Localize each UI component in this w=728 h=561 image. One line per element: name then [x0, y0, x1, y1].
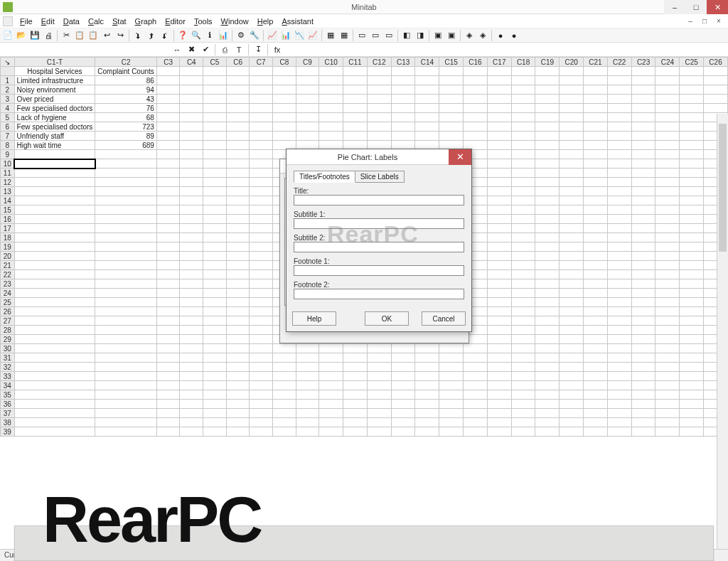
cell-r13-c5[interactable]: [203, 187, 227, 196]
cell-r30-c12[interactable]: [367, 344, 391, 353]
cell-r34-c3[interactable]: [156, 381, 180, 390]
cell-r36-c3[interactable]: [156, 400, 180, 409]
cell-r23-c1[interactable]: [14, 279, 95, 289]
cell-r21-c17[interactable]: [487, 261, 511, 270]
cell-r1-c14[interactable]: [415, 76, 439, 85]
cell-r23-c3[interactable]: [156, 279, 180, 289]
cell-r11-c18[interactable]: [511, 169, 535, 178]
formula-bar-button[interactable]: ⎙: [218, 43, 231, 56]
cell-r7-c25[interactable]: [680, 132, 704, 141]
cell-r34-c14[interactable]: [415, 381, 439, 390]
cell-r15-c19[interactable]: [535, 205, 560, 215]
cell-r4-c7[interactable]: [250, 104, 273, 113]
cell-r38-c8[interactable]: [273, 418, 296, 427]
mdi-minimize-button[interactable]: –: [684, 16, 697, 26]
cell-r37-c14[interactable]: [415, 409, 439, 418]
cell-r2-c25[interactable]: [680, 85, 704, 95]
cell-r37-c7[interactable]: [250, 409, 273, 418]
row-header-8[interactable]: 8: [1, 141, 15, 150]
cell-r22-c25[interactable]: [680, 270, 704, 279]
cell-r15-c6[interactable]: [226, 205, 250, 215]
cell-r6-c20[interactable]: [560, 122, 584, 132]
cell-r4-c17[interactable]: [487, 104, 511, 113]
cell-r36-c8[interactable]: [273, 400, 296, 409]
formula-bar-button[interactable]: ↧: [252, 43, 264, 56]
cell-r28-c4[interactable]: [180, 326, 203, 335]
cell-r26-c4[interactable]: [180, 307, 203, 316]
cell-r27-c2[interactable]: [95, 316, 156, 326]
cell-r5-c9[interactable]: [296, 113, 319, 122]
cell-r18-c19[interactable]: [535, 233, 560, 242]
cell-r24-c22[interactable]: [607, 289, 631, 298]
cell-r36-c4[interactable]: [180, 400, 203, 409]
cell-r8-c20[interactable]: [560, 141, 584, 150]
formula-bar-button[interactable]: ✖: [185, 43, 198, 56]
cell-r6-c7[interactable]: [250, 122, 273, 132]
cell-r32-c14[interactable]: [415, 363, 439, 372]
row-header-27[interactable]: 27: [1, 316, 15, 326]
cell-r11-c6[interactable]: [226, 169, 250, 178]
cell-r12-c25[interactable]: [680, 178, 704, 187]
cell-r17-c5[interactable]: [203, 224, 227, 233]
cell-r27-c24[interactable]: [655, 316, 680, 326]
row-header-34[interactable]: 34: [1, 381, 15, 390]
cell-r13-c18[interactable]: [511, 187, 535, 196]
cell-r33-c2[interactable]: [95, 372, 156, 381]
cell-r16-c1[interactable]: [14, 215, 95, 224]
cell-r9-c18[interactable]: [511, 150, 535, 159]
column-header-c14[interactable]: C14: [415, 58, 439, 67]
cell-r37-c2[interactable]: [95, 409, 156, 418]
row-header-12[interactable]: 12: [1, 178, 15, 187]
cell-r35-c20[interactable]: [560, 390, 584, 400]
cell-r18-c7[interactable]: [250, 233, 273, 242]
cell-r31-c6[interactable]: [226, 353, 250, 363]
row-header-11[interactable]: 11: [1, 169, 15, 178]
cell-r26-c18[interactable]: [511, 307, 535, 316]
cell-r28-c23[interactable]: [631, 326, 655, 335]
cell-r31-c14[interactable]: [415, 353, 439, 363]
cell-r6-c22[interactable]: [607, 122, 631, 132]
row-header-30[interactable]: 30: [1, 344, 15, 353]
cell-r4-c8[interactable]: [273, 104, 296, 113]
cell-r21-c22[interactable]: [607, 261, 631, 270]
cell-r23-c6[interactable]: [226, 279, 250, 289]
cell-r37-c22[interactable]: [607, 409, 631, 418]
cell-r27-c21[interactable]: [584, 316, 608, 326]
cell-r35-c21[interactable]: [584, 390, 608, 400]
toolbar-button[interactable]: 🔧: [248, 29, 261, 42]
cell-r11-c1[interactable]: [14, 169, 95, 178]
cell-r31-c19[interactable]: [535, 353, 560, 363]
cell-r13-c21[interactable]: [584, 187, 608, 196]
row-header-32[interactable]: 32: [1, 363, 15, 372]
cell-r16-c24[interactable]: [655, 215, 680, 224]
help-button[interactable]: Help: [292, 311, 336, 326]
cell-r31-c24[interactable]: [655, 353, 680, 363]
cell-r6-c9[interactable]: [296, 122, 319, 132]
cell-r30-c16[interactable]: [464, 344, 488, 353]
cell-r15-c24[interactable]: [655, 205, 680, 215]
cell-r26-c25[interactable]: [680, 307, 704, 316]
formula-bar-button[interactable]: T: [232, 43, 245, 56]
cell-r39-c19[interactable]: [535, 427, 560, 437]
cell-r21-c23[interactable]: [631, 261, 655, 270]
cell-r18-c24[interactable]: [655, 233, 680, 242]
cell-r33-c14[interactable]: [415, 372, 439, 381]
cell-r2-c5[interactable]: [203, 85, 227, 95]
cell-r15-c17[interactable]: [487, 205, 511, 215]
cell-r1-c19[interactable]: [535, 76, 560, 85]
cell-r20-c4[interactable]: [180, 252, 203, 261]
toolbar-button[interactable]: ❓: [176, 29, 189, 42]
cell-r21-c20[interactable]: [560, 261, 584, 270]
cell-r18-c1[interactable]: [14, 233, 95, 242]
cell-r7-c19[interactable]: [535, 132, 560, 141]
cell-r23-c23[interactable]: [631, 279, 655, 289]
cell-r9-c1[interactable]: [14, 150, 95, 159]
cell-r20-c3[interactable]: [156, 252, 180, 261]
toolbar-button[interactable]: 📋: [87, 29, 100, 42]
cell-r4-c13[interactable]: [391, 104, 415, 113]
cell-r16-c23[interactable]: [631, 215, 655, 224]
select-all-corner[interactable]: ↘: [1, 58, 15, 67]
cell-r38-c21[interactable]: [584, 418, 608, 427]
cell-r5-c11[interactable]: [343, 113, 368, 122]
cell-r29-c25[interactable]: [680, 335, 704, 344]
